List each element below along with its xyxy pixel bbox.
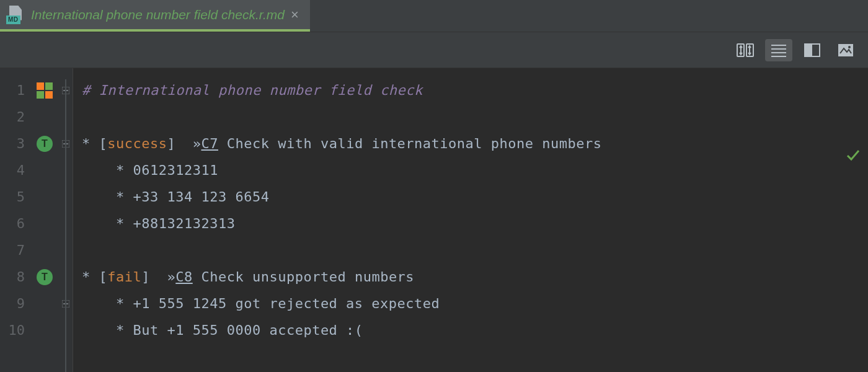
code-area[interactable]: # International phone number field check…: [73, 68, 868, 343]
tab-title: International phone number field check.r…: [31, 7, 285, 22]
preview-only-view-button[interactable]: [832, 39, 859, 61]
test-marker-icon[interactable]: T: [37, 269, 53, 285]
line-number: 5: [0, 184, 25, 210]
line-number: 1: [0, 77, 25, 104]
markdown-toolbar: [0, 32, 868, 68]
test-marker-icon[interactable]: T: [37, 136, 53, 152]
code-line[interactable]: [82, 104, 868, 130]
annotation-gutter: T T: [31, 68, 58, 372]
scroll-sync-button[interactable]: [732, 39, 759, 61]
close-tab-icon[interactable]: ×: [291, 8, 299, 22]
line-number: 9: [0, 290, 25, 317]
code-line[interactable]: * [fail] »C8 Check unsupported numbers: [82, 264, 868, 290]
line-number: 3: [0, 130, 25, 157]
line-number: 10: [0, 317, 25, 343]
line-number-gutter: 1 2 3 4 5 6 7 8 9 10: [0, 68, 31, 372]
editor: 1 2 3 4 5 6 7 8 9 10 T T: [0, 68, 868, 372]
svg-point-9: [848, 46, 851, 48]
code-line[interactable]: * +1 555 1245 got rejected as expected: [82, 290, 868, 317]
code-line[interactable]: [82, 237, 868, 264]
line-number: 8: [0, 264, 25, 290]
line-number: 2: [0, 104, 25, 130]
markdown-file-icon: MD: [6, 6, 25, 24]
svg-rect-7: [805, 44, 812, 56]
file-tab[interactable]: MD International phone number field chec…: [0, 0, 310, 32]
code-line[interactable]: # International phone number field check: [82, 77, 868, 104]
split-view-button[interactable]: [799, 39, 826, 61]
structure-icon[interactable]: [37, 82, 53, 99]
code-line[interactable]: * 0612312311: [82, 157, 868, 184]
editor-only-view-button[interactable]: [765, 39, 792, 61]
tab-bar: MD International phone number field chec…: [0, 0, 868, 32]
code-line[interactable]: * But +1 555 0000 accepted :(: [82, 317, 868, 343]
line-number: 6: [0, 210, 25, 237]
line-number: 4: [0, 157, 25, 184]
line-number: 7: [0, 237, 25, 264]
code-line[interactable]: * +88132132313: [82, 210, 868, 237]
code-line[interactable]: * +33 134 123 6654: [82, 184, 868, 210]
code-line[interactable]: * [success] »C7 Check with valid interna…: [82, 130, 868, 157]
fold-gutter: [58, 68, 73, 372]
